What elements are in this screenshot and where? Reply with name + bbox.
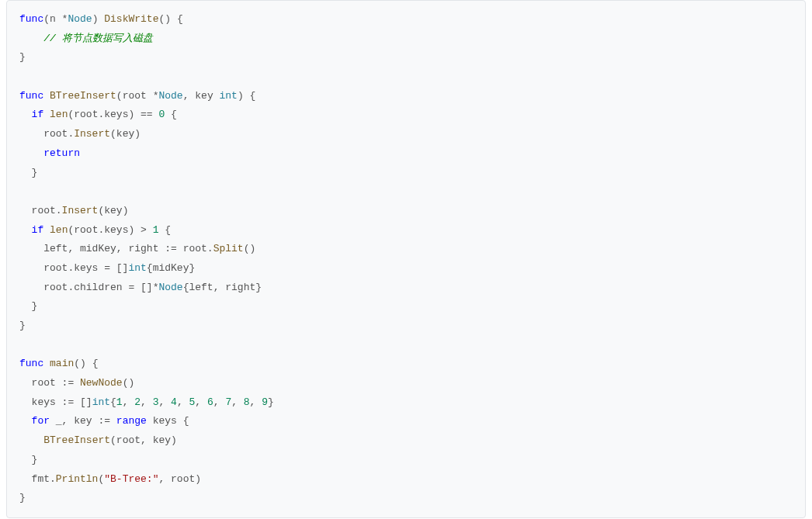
method-name: Insert — [74, 128, 110, 140]
code-text: , — [159, 396, 172, 408]
code-text: keys := [] — [19, 396, 92, 408]
code-text: () { — [158, 13, 182, 25]
method-name: Split — [213, 243, 244, 254]
code-text: root.children = []* — [19, 282, 158, 293]
type-int: int — [220, 90, 238, 102]
code-text: {left, right} — [183, 282, 262, 293]
method-name: DiskWrite — [104, 13, 158, 25]
code-text: } — [19, 492, 26, 503]
code-text: } — [19, 320, 26, 331]
keyword-for: for — [19, 415, 50, 427]
method-name: BTreeInsert — [50, 90, 116, 102]
code-text: , — [177, 396, 189, 408]
code-text: () { — [74, 358, 98, 369]
code-text: (root, key) — [110, 434, 177, 446]
code-text: { — [165, 109, 177, 120]
string-literal: "B-Tree:" — [104, 473, 158, 485]
code-text: () — [244, 243, 256, 254]
code-text: , — [213, 396, 226, 408]
keyword-func: func — [19, 13, 43, 25]
code-text: root := — [19, 377, 80, 389]
keyword-if: if — [19, 224, 43, 236]
method-name: Insert — [62, 205, 99, 216]
builtin-len: len — [50, 224, 68, 236]
code-text — [43, 358, 50, 369]
code-text: root.keys = [] — [19, 262, 128, 274]
code-text: { — [158, 224, 171, 236]
code-text: } — [19, 454, 37, 465]
code-text: (key) — [98, 205, 128, 216]
code-text: } — [268, 396, 274, 408]
number: 2 — [134, 396, 141, 408]
keyword-func: func — [19, 90, 43, 102]
code-text: ) { — [238, 90, 255, 102]
code-text — [19, 434, 43, 446]
number: 4 — [171, 396, 177, 408]
code-text — [43, 224, 50, 236]
code-text: root. — [19, 205, 62, 216]
code-text: (n * — [43, 13, 68, 25]
comment: // 将节点数据写入磁盘 — [19, 33, 153, 44]
code-block: func(n *Node) DiskWrite() { // 将节点数据写入磁盘… — [6, 0, 806, 518]
code-text: ) — [92, 13, 105, 25]
code-text: fmt. — [19, 473, 56, 485]
code-text: , — [123, 396, 135, 408]
code-text: (root * — [116, 90, 159, 102]
keyword-if: if — [19, 109, 43, 120]
code-text: } — [19, 51, 26, 63]
code-text: , key — [183, 90, 220, 102]
code-text: } — [19, 167, 37, 178]
code-text: () — [123, 377, 135, 389]
type-int: int — [128, 262, 146, 274]
func-newnode: NewNode — [80, 377, 123, 389]
number: 6 — [207, 396, 213, 408]
code-text — [43, 90, 50, 102]
code-text: , — [141, 396, 153, 408]
number: 9 — [262, 396, 268, 408]
number: 3 — [153, 396, 159, 408]
builtin-len: len — [50, 109, 68, 120]
type-int: int — [92, 396, 110, 408]
code-text: { — [110, 396, 116, 408]
code-text: keys { — [147, 415, 189, 427]
func-main: main — [50, 358, 74, 369]
code-text: , — [231, 396, 244, 408]
type-node: Node — [158, 282, 182, 293]
func-println: Println — [56, 473, 99, 485]
code-text: (root.keys) > — [68, 224, 152, 236]
code-text: (root.keys) == — [68, 109, 158, 120]
code-text: , root) — [158, 473, 201, 485]
keyword-func: func — [19, 358, 43, 369]
number: 8 — [244, 396, 250, 408]
code-text: root. — [19, 128, 74, 140]
type-node: Node — [68, 13, 92, 25]
code-text: left, midKey, right := root. — [19, 243, 213, 254]
code-text: _, key := — [50, 415, 116, 427]
code-text: , — [250, 396, 262, 408]
code-text: , — [195, 396, 207, 408]
code-text — [19, 147, 43, 159]
code-text: (key) — [110, 128, 141, 140]
code-text: } — [19, 300, 37, 312]
keyword-range: range — [116, 415, 147, 427]
keyword-return: return — [43, 147, 80, 159]
code-text: {midKey} — [147, 262, 195, 274]
func-btreeinsert: BTreeInsert — [43, 434, 110, 446]
number: 1 — [116, 396, 123, 408]
type-node: Node — [158, 90, 182, 102]
code-text — [43, 109, 50, 120]
